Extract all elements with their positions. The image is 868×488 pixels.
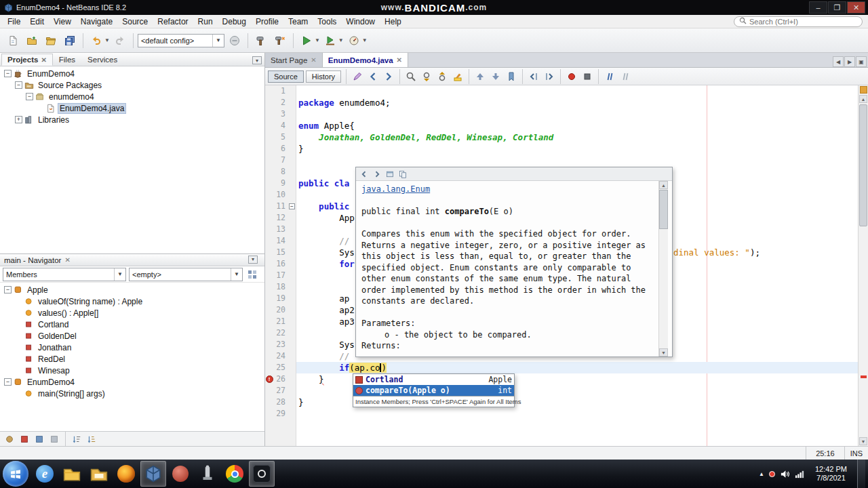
tree-item-enumdemo4[interactable]: −EnumDemo4: [0, 376, 264, 388]
code-line-25[interactable]: 25 if(ap.co): [265, 362, 858, 373]
new-project-icon[interactable]: [23, 32, 41, 49]
config-dropdown[interactable]: <default config> ▼: [138, 34, 224, 47]
tree-item-jonathan[interactable]: Jonathan: [0, 342, 264, 353]
tree-item-enumdemo4[interactable]: −enumdemo4: [0, 91, 264, 102]
code-text[interactable]: Jonathan, GoldenDel, RedDel, Winesap, Co…: [296, 131, 858, 143]
code-line-1[interactable]: 1: [265, 85, 858, 97]
scrollbar-thumb[interactable]: [859, 104, 867, 226]
code-text[interactable]: [296, 85, 858, 97]
chevron-down-icon[interactable]: ▼: [338, 37, 344, 43]
copy-javadoc-icon[interactable]: [397, 169, 408, 179]
clean-and-build-icon[interactable]: [271, 32, 289, 49]
previous-bookmark-icon[interactable]: [473, 70, 488, 83]
javadoc-scrollbar-thumb[interactable]: [659, 190, 668, 229]
uncomment-lines-icon[interactable]: [618, 70, 633, 83]
scroll-tabs-right-button[interactable]: ▶: [844, 56, 855, 67]
code-line-4[interactable]: 4enum Apple{: [265, 120, 858, 131]
collapse-toggle[interactable]: −: [4, 378, 12, 386]
editor-scrollbar[interactable]: ▲ ▼: [858, 85, 868, 446]
menu-source[interactable]: Source: [117, 16, 153, 28]
show-desktop-button[interactable]: [857, 460, 865, 488]
quick-search-box[interactable]: [734, 16, 863, 27]
menu-window[interactable]: Window: [341, 16, 380, 28]
tree-item-cortland[interactable]: Cortland: [0, 319, 264, 330]
build-project-icon[interactable]: [252, 32, 270, 49]
forward-icon[interactable]: [381, 70, 396, 83]
toggle-bookmark-icon[interactable]: [504, 70, 519, 83]
scroll-up-button[interactable]: ▲: [859, 95, 867, 103]
code-text[interactable]: package enumdemo4;: [296, 97, 858, 108]
history-view-button[interactable]: History: [306, 70, 341, 83]
javadoc-forward-icon[interactable]: [372, 169, 382, 179]
tree-item-libraries[interactable]: +Libraries: [0, 114, 264, 125]
back-icon[interactable]: [366, 70, 380, 83]
taskbar-media-player-icon[interactable]: [167, 461, 193, 487]
javadoc-class-link[interactable]: java.lang.Enum: [361, 184, 430, 194]
code-line-7[interactable]: 7: [265, 155, 858, 166]
editor-tab-start-page[interactable]: Start Page✕: [265, 53, 323, 67]
taskbar-internet-explorer-icon[interactable]: e: [32, 461, 58, 487]
shift-line-left-icon[interactable]: [526, 70, 541, 83]
code-line-29[interactable]: 29: [265, 408, 858, 420]
chevron-down-icon[interactable]: ▼: [104, 37, 110, 43]
menu-refactor[interactable]: Refactor: [153, 16, 193, 28]
start-button[interactable]: [3, 461, 28, 487]
panel-tab-services[interactable]: Services: [81, 54, 123, 66]
scroll-tabs-left-button[interactable]: ◀: [833, 56, 844, 67]
navigator-filter-dropdown[interactable]: <empty> ▼: [129, 268, 243, 281]
projects-minimize-button[interactable]: ▾: [252, 56, 262, 64]
debug-project-icon[interactable]: [321, 32, 339, 49]
error-stripe-mark[interactable]: [861, 375, 867, 378]
run-project-icon[interactable]: [298, 32, 315, 49]
close-tab-icon[interactable]: ✕: [41, 56, 46, 64]
collapse-toggle[interactable]: −: [26, 93, 33, 100]
tree-item-main-string-args[interactable]: main(String[] args): [0, 388, 264, 399]
profile-project-icon[interactable]: [345, 32, 363, 49]
expand-toggle[interactable]: +: [15, 116, 22, 123]
code-line-5[interactable]: 5 Jonathan, GoldenDel, RedDel, Winesap, …: [265, 131, 858, 143]
memory-indicator-icon[interactable]: [226, 32, 243, 49]
minimize-button[interactable]: –: [809, 1, 827, 14]
code-text[interactable]: [296, 408, 858, 420]
menu-navigate[interactable]: Navigate: [76, 16, 117, 28]
scroll-down-button[interactable]: ▼: [859, 437, 867, 445]
sort-by-name-button[interactable]: [70, 433, 83, 445]
maximize-editor-button[interactable]: ▣: [856, 56, 867, 67]
tree-item-enumdemo4-java[interactable]: EnumDemo4.java: [0, 102, 264, 114]
menu-edit[interactable]: Edit: [25, 16, 49, 28]
code-line-6[interactable]: 6}: [265, 143, 858, 155]
completion-item-cortland[interactable]: CortlandApple: [353, 374, 514, 385]
sort-by-source-button[interactable]: [85, 433, 98, 445]
tree-item-values-apple[interactable]: values() : Apple[]: [0, 307, 264, 319]
taskbar-bandicam-icon[interactable]: [249, 461, 275, 487]
code-text[interactable]: enum Apple{: [296, 120, 858, 131]
error-stripe-badge[interactable]: [860, 86, 867, 94]
chevron-down-icon[interactable]: ▼: [362, 37, 368, 43]
show-non-public-button[interactable]: [47, 433, 61, 445]
menu-tools[interactable]: Tools: [313, 16, 341, 28]
close-button[interactable]: ✕: [847, 1, 865, 14]
taskbar-windows-explorer-icon[interactable]: [59, 461, 85, 487]
open-project-icon[interactable]: [42, 32, 60, 49]
javadoc-scroll-down-button[interactable]: ▼: [659, 348, 668, 357]
code-fold-toggle[interactable]: −: [289, 203, 295, 209]
collapse-toggle[interactable]: −: [4, 286, 12, 293]
panel-tab-projects[interactable]: Projects✕: [1, 54, 53, 66]
search-input[interactable]: [749, 18, 851, 26]
code-line-2[interactable]: 2package enumdemo4;: [265, 97, 858, 108]
javadoc-scrollbar[interactable]: ▲ ▼: [658, 181, 668, 357]
find-selection-icon[interactable]: [403, 70, 418, 83]
find-next-occurrence-icon[interactable]: [435, 70, 450, 83]
last-edit-location-icon[interactable]: [350, 70, 365, 83]
toggle-highlight-search-icon[interactable]: [450, 70, 465, 83]
tree-item-source-packages[interactable]: −Source Packages: [0, 79, 264, 91]
start-macro-recording-icon[interactable]: [564, 70, 579, 83]
tray-hidden-icons-icon[interactable]: ▲: [759, 471, 764, 477]
code-text[interactable]: }: [296, 143, 858, 155]
tree-item-winesap[interactable]: Winesap: [0, 365, 264, 376]
code-line-3[interactable]: 3: [265, 108, 858, 120]
tray-recording-icon[interactable]: [769, 471, 775, 477]
tree-item-enumdemo4[interactable]: −EnumDemo4: [0, 68, 264, 79]
chevron-down-icon[interactable]: ▼: [315, 37, 320, 43]
menu-debug[interactable]: Debug: [218, 16, 251, 28]
